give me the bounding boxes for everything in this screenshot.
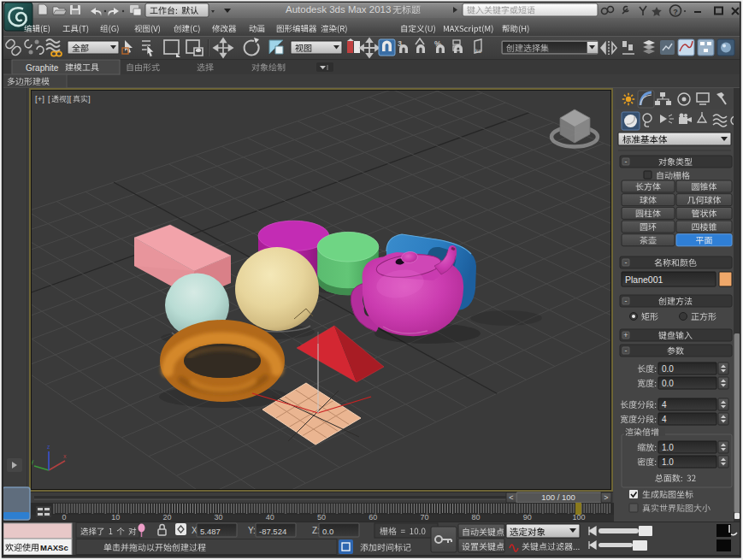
svg-text:]: ] (88, 94, 91, 103)
svg-text:100 / 100: 100 / 100 (541, 492, 575, 502)
svg-text:z: z (47, 444, 50, 450)
svg-text:Autodesk 3ds Max 2013: Autodesk 3ds Max 2013 (286, 4, 391, 15)
svg-text:-: - (625, 258, 628, 267)
svg-text:-: - (625, 297, 628, 305)
svg-text:5.487: 5.487 (200, 527, 221, 536)
svg-text:Y:: Y: (248, 526, 256, 535)
svg-text:0: 0 (62, 513, 66, 522)
svg-text:][: ][ (67, 94, 72, 103)
svg-text:60: 60 (369, 513, 377, 522)
svg-text:1.0: 1.0 (662, 443, 674, 452)
svg-text:0.0: 0.0 (662, 364, 674, 374)
svg-text:MAXSc: MAXSc (40, 543, 68, 552)
svg-text:Graphite: Graphite (26, 63, 59, 73)
svg-text:x: x (63, 453, 67, 459)
svg-text:[: [ (48, 94, 50, 103)
svg-text:>: > (604, 493, 608, 502)
svg-text:?: ? (673, 8, 678, 16)
svg-text:70: 70 (420, 513, 428, 522)
svg-text:4: 4 (662, 415, 667, 424)
svg-text:0.0: 0.0 (662, 379, 674, 388)
svg-text:-87.524: -87.524 (259, 527, 286, 536)
svg-text:-: - (625, 157, 628, 166)
svg-text:30: 30 (215, 513, 223, 522)
svg-text:+: + (623, 331, 628, 339)
svg-text:90: 90 (523, 513, 532, 522)
svg-text:1.0: 1.0 (662, 457, 674, 467)
svg-text:[+]: [+] (35, 94, 44, 103)
svg-text:40: 40 (266, 513, 274, 522)
svg-text:20: 20 (162, 513, 171, 522)
svg-text:kc: kc (475, 48, 482, 54)
svg-text:50: 50 (317, 513, 326, 522)
svg-text:<: < (509, 493, 513, 502)
svg-text:4: 4 (662, 400, 667, 410)
svg-text:Plane001: Plane001 (625, 274, 663, 285)
svg-text:-: - (625, 346, 628, 355)
svg-text:0.0: 0.0 (322, 527, 333, 536)
svg-text:80: 80 (472, 513, 481, 522)
svg-text:10: 10 (111, 513, 120, 522)
